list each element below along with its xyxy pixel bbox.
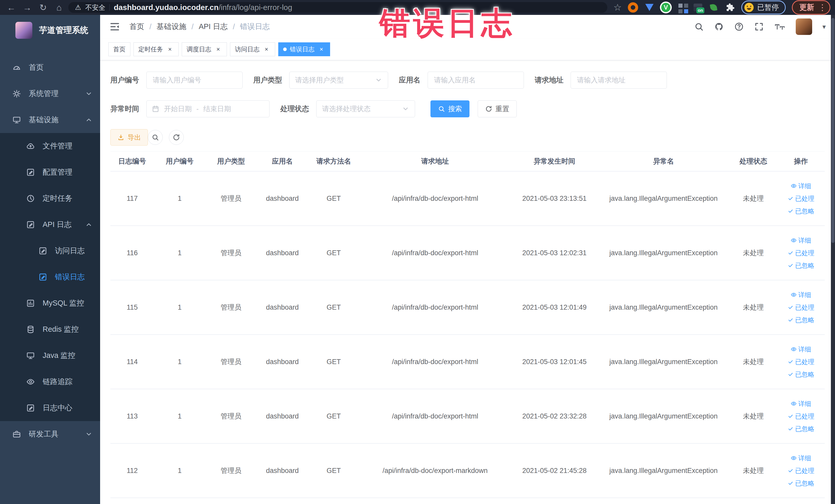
- shield-extension-icon[interactable]: [644, 2, 655, 13]
- sidebar-item-Java 监控[interactable]: Java 监控: [0, 343, 100, 369]
- table-row: 1151管理员dashboardGET/api/infra/db-doc/exp…: [110, 280, 825, 335]
- sidebar-item-链路追踪[interactable]: 链路追踪: [0, 369, 100, 395]
- action-ignored[interactable]: 已忽略: [788, 207, 814, 216]
- check-icon: [788, 195, 794, 202]
- bookmark-star-icon[interactable]: ☆: [613, 2, 622, 13]
- browser-home-icon[interactable]: ⌂: [53, 3, 66, 13]
- toggle-search-button[interactable]: [148, 130, 163, 145]
- url-path: /infra/log/api-error-log: [219, 3, 292, 12]
- action-processed[interactable]: 已处理: [788, 194, 814, 203]
- chevron-down-icon: [85, 430, 93, 438]
- address-bar[interactable]: ⚠ 不安全 dashboard.yudao.iocoder.cn/infra/l…: [68, 2, 607, 13]
- tab-首页[interactable]: 首页: [108, 42, 130, 56]
- cell-user-type: 管理员: [205, 280, 257, 334]
- action-processed[interactable]: 已处理: [788, 249, 814, 257]
- sidebar-item-API 日志[interactable]: API 日志: [0, 211, 100, 238]
- action-ignored[interactable]: 已忽略: [788, 370, 814, 379]
- cell-user-id: 1: [154, 172, 205, 225]
- sidebar-item-基础设施[interactable]: 基础设施: [0, 107, 100, 133]
- sidebar-item-系统管理[interactable]: 系统管理: [0, 81, 100, 107]
- tab-close-icon[interactable]: ×: [318, 45, 325, 53]
- refresh-icon: [172, 134, 180, 141]
- paused-label: 已暂停: [757, 3, 779, 12]
- tab-close-icon[interactable]: ×: [166, 45, 174, 53]
- extension-icon[interactable]: [628, 2, 638, 13]
- plant-extension-icon[interactable]: [709, 2, 719, 13]
- action-ignored[interactable]: 已忽略: [788, 261, 814, 270]
- sidebar-item-文件管理[interactable]: 文件管理: [0, 133, 100, 159]
- page-scrollbar[interactable]: [831, 15, 835, 504]
- action-processed[interactable]: 已处理: [788, 358, 814, 366]
- search-button[interactable]: 搜索: [430, 100, 469, 117]
- reset-button[interactable]: 重置: [478, 100, 517, 117]
- tab-close-icon[interactable]: ×: [214, 45, 222, 53]
- action-detail[interactable]: 详细: [791, 291, 811, 299]
- app-logo[interactable]: 芋道管理系统: [0, 15, 100, 46]
- cell-user-id: 1: [154, 389, 205, 443]
- search-icon[interactable]: [694, 22, 704, 32]
- eye-icon: [26, 378, 35, 386]
- breadcrumb-item[interactable]: 首页: [129, 22, 144, 32]
- export-button[interactable]: 导出: [110, 129, 148, 146]
- breadcrumb-item[interactable]: API 日志: [199, 22, 228, 32]
- action-detail[interactable]: 详细: [791, 400, 811, 408]
- github-icon[interactable]: [714, 22, 724, 32]
- profile-paused-badge[interactable]: 已暂停: [741, 1, 786, 14]
- user-menu-caret-icon[interactable]: ▾: [822, 23, 826, 31]
- action-processed[interactable]: 已处理: [788, 303, 814, 312]
- user-id-input[interactable]: [146, 72, 243, 88]
- fullscreen-icon[interactable]: [754, 22, 764, 32]
- action-detail[interactable]: 详细: [791, 236, 811, 245]
- sidebar-item-错误日志[interactable]: 错误日志: [0, 264, 100, 290]
- filter-row-2: 异常时间 开始日期 - 结束日期 处理状态 请选择处理状态: [110, 100, 825, 117]
- app-name-input[interactable]: [428, 72, 524, 88]
- tab-错误日志[interactable]: 错误日志 ×: [278, 42, 330, 56]
- font-size-icon[interactable]: [774, 22, 786, 32]
- sidebar-item-MySQL 监控[interactable]: MySQL 监控: [0, 290, 100, 316]
- menu-item-label: MySQL 监控: [43, 298, 84, 308]
- sidebar-item-首页[interactable]: 首页: [0, 55, 100, 81]
- scrollbar-thumb[interactable]: [831, 18, 834, 243]
- browser-menu-icon[interactable]: ⋮: [818, 3, 827, 12]
- refresh-table-button[interactable]: [169, 130, 184, 145]
- sidebar-item-Redis 监控[interactable]: Redis 监控: [0, 316, 100, 343]
- action-detail[interactable]: 详细: [791, 182, 811, 190]
- cell-log-id: 114: [110, 335, 154, 389]
- tab-close-icon[interactable]: ×: [263, 45, 270, 53]
- sidebar-item-配置管理[interactable]: 配置管理: [0, 159, 100, 185]
- grid-extension-icon[interactable]: [677, 2, 687, 13]
- collapse-sidebar-icon[interactable]: [109, 21, 120, 32]
- user-avatar[interactable]: [796, 19, 812, 35]
- sidebar-item-定时任务[interactable]: 定时任务: [0, 185, 100, 211]
- action-detail[interactable]: 详细: [791, 345, 811, 354]
- action-ignored[interactable]: 已忽略: [788, 425, 814, 433]
- tab-访问日志[interactable]: 访问日志 ×: [230, 42, 275, 56]
- user-type-select[interactable]: 请选择用户类型: [289, 72, 388, 88]
- eye-icon: [791, 346, 797, 352]
- browser-forward-icon[interactable]: →: [21, 3, 34, 13]
- extensions-puzzle-icon[interactable]: [725, 2, 735, 13]
- tab-label: 首页: [113, 45, 125, 54]
- vue-devtools-icon[interactable]: [661, 2, 671, 13]
- browser-back-icon[interactable]: ←: [5, 3, 18, 13]
- action-detail[interactable]: 详细: [791, 454, 811, 462]
- help-icon[interactable]: [734, 22, 744, 32]
- action-ignored[interactable]: 已忽略: [788, 479, 814, 488]
- browser-reload-icon[interactable]: ↻: [37, 2, 50, 13]
- sidebar-item-研发工具[interactable]: 研发工具: [0, 421, 100, 447]
- request-url-input[interactable]: [571, 72, 667, 88]
- process-status-select[interactable]: 请选择处理状态: [316, 100, 415, 117]
- action-processed[interactable]: 已处理: [788, 412, 814, 421]
- tab-定时任务[interactable]: 定时任务 ×: [134, 42, 179, 56]
- switch-extension-icon[interactable]: on: [694, 4, 702, 11]
- browser-toolbar: ← → ↻ ⌂ ⚠ 不安全 dashboard.yudao.iocoder.cn…: [0, 0, 835, 15]
- sidebar-item-访问日志[interactable]: 访问日志: [0, 238, 100, 264]
- breadcrumb-item[interactable]: 基础设施: [157, 22, 186, 32]
- action-ignored[interactable]: 已忽略: [788, 316, 814, 324]
- action-processed[interactable]: 已处理: [788, 466, 814, 475]
- sidebar-item-日志中心[interactable]: 日志中心: [0, 395, 100, 421]
- check-icon: [788, 467, 794, 474]
- tab-调度日志[interactable]: 调度日志 ×: [182, 42, 227, 56]
- date-range-picker[interactable]: 开始日期 - 结束日期: [146, 100, 269, 117]
- browser-update-button[interactable]: 更新 ⋮: [792, 0, 830, 15]
